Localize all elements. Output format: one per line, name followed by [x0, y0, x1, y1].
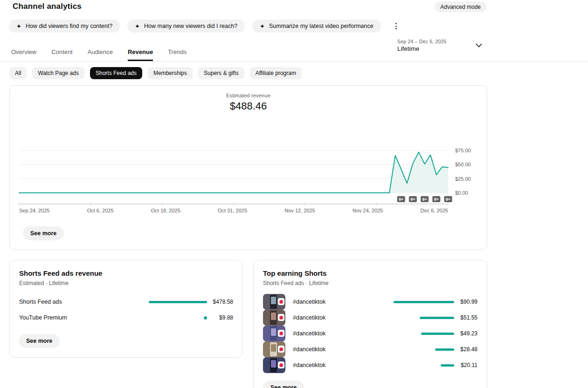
- overflow-count-badge-label: 9+: [434, 197, 439, 202]
- card-subtitle: Shorts Feed ads · Lifetime: [263, 280, 329, 286]
- short-thumbnail-phone: [270, 311, 277, 325]
- short-earnings-bar: [421, 333, 454, 335]
- short-thumbnail-content: [271, 297, 276, 304]
- tiktok-logo-badge: [278, 298, 284, 305]
- short-earnings-value: $20.11: [454, 362, 477, 368]
- y-axis-label: $75.00: [455, 148, 471, 153]
- y-axis-label: $25.00: [455, 176, 471, 182]
- suggestion-chip-label: How did viewers find my content?: [26, 23, 112, 29]
- tab-overview[interactable]: Overview: [11, 44, 36, 61]
- ai-suggestion-chips-row: ✦How did viewers find my content?✦How ma…: [9, 20, 401, 33]
- card-title: Top earning Shorts: [263, 269, 326, 277]
- page-title: Channel analytics: [13, 2, 82, 11]
- ai-suggestion-chip[interactable]: ✦Summarize my latest video performance: [252, 20, 381, 33]
- ai-suggestion-chip[interactable]: ✦How many new viewers did I reach?: [127, 20, 245, 33]
- filter-chip-all[interactable]: All: [9, 67, 27, 79]
- tab-revenue[interactable]: Revenue: [128, 44, 153, 61]
- advanced-mode-button[interactable]: Advanced mode: [435, 1, 486, 12]
- overflow-count-badge-label: 9+: [410, 197, 415, 202]
- short-thumbnail-phone: [270, 295, 277, 309]
- metric-row-bar-area: [146, 301, 207, 303]
- short-bar-area: [384, 317, 454, 319]
- short-thumbnail-phone: [270, 342, 277, 356]
- filter-chip-affiliate-program[interactable]: Affiliate program: [250, 67, 302, 79]
- short-thumbnail-content: [271, 344, 276, 352]
- short-earnings-bar: [435, 348, 454, 351]
- filter-chip-shorts-feed-ads[interactable]: Shorts Feed ads: [90, 67, 142, 79]
- metric-value: $488.46: [10, 100, 487, 112]
- short-row[interactable]: #dancetiktok$20.11: [254, 357, 487, 373]
- metric-header: Estimated revenue $488.46: [10, 93, 487, 112]
- revenue-line-chart[interactable]: $75.00$50.00$25.00$0.009+9+9+9+9+: [10, 126, 478, 215]
- analytics-tab-bar: OverviewContentAudienceRevenueTrends Sep…: [0, 43, 588, 61]
- revenue-see-more-button[interactable]: See more: [19, 334, 60, 348]
- short-title: #dancetiktok: [293, 330, 384, 337]
- short-earnings-bar: [420, 317, 454, 319]
- short-row[interactable]: #dancetiktok$90.99: [254, 294, 487, 310]
- short-bar-area: [384, 333, 454, 335]
- metric-row[interactable]: YouTube Premium$9.88: [10, 310, 242, 326]
- metric-row[interactable]: Shorts Feed ads$478.58: [10, 294, 242, 310]
- estimated-revenue-chart-card: Estimated revenue $488.46 $75.00$50.00$2…: [9, 85, 487, 250]
- revenue-rows: Shorts Feed ads$478.58YouTube Premium$9.…: [10, 294, 242, 326]
- short-bar-area: [384, 301, 454, 303]
- date-range-preset: Lifetime: [397, 45, 486, 52]
- chevron-down-icon: [476, 43, 482, 48]
- short-thumbnail-phone: [270, 358, 277, 372]
- overflow-count-badge-label: 9+: [399, 197, 403, 202]
- metric-bar: [149, 301, 207, 303]
- short-row[interactable]: #dancetiktok$51.55: [254, 310, 487, 326]
- metric-label: Estimated revenue: [10, 93, 487, 98]
- tab-trends[interactable]: Trends: [168, 44, 187, 61]
- short-thumbnail[interactable]: [263, 357, 285, 373]
- top-earning-shorts-card: Top earning Shorts Shorts Feed ads · Lif…: [253, 260, 487, 388]
- tab-audience[interactable]: Audience: [88, 44, 113, 61]
- x-axis-date-label: Nov 24, 2025: [353, 208, 383, 213]
- overflow-count-badge-label: 9+: [446, 197, 450, 202]
- short-thumbnail[interactable]: [263, 326, 285, 341]
- x-axis-date-label: Oct 6, 2025: [87, 208, 114, 213]
- x-axis-date-label: Nov 12, 2025: [284, 208, 315, 213]
- date-range-selector[interactable]: Sep 24 – Dec 6, 2025 Lifetime: [397, 39, 486, 52]
- overflow-count-badge-label: 9+: [422, 197, 427, 202]
- revenue-line: [19, 152, 448, 193]
- short-thumbnail-content: [271, 313, 276, 320]
- sparkle-icon: ✦: [16, 23, 21, 29]
- metric-row-label: YouTube Premium: [19, 314, 146, 321]
- more-options-kebab-icon[interactable]: [392, 20, 401, 33]
- card-subtitle: Estimated · Lifetime: [19, 280, 69, 286]
- filter-chip-watch-page-ads[interactable]: Watch Page ads: [32, 67, 84, 79]
- top-shorts-rows: #dancetiktok$90.99#dancetiktok$51.55#dan…: [254, 294, 487, 373]
- date-range-text: Sep 24 – Dec 6, 2025: [397, 39, 486, 44]
- short-thumbnail[interactable]: [263, 341, 285, 357]
- short-title: #dancetiktok: [293, 299, 384, 305]
- suggestion-chip-label: Summarize my latest video performance: [269, 23, 374, 29]
- tiktok-logo-icon: [279, 331, 284, 336]
- short-earnings-value: $28.48: [454, 346, 477, 353]
- y-axis-label: $0.00: [455, 190, 468, 196]
- tiktok-logo-badge: [278, 346, 284, 353]
- short-earnings-value: $90.99: [454, 299, 477, 305]
- top-shorts-see-more-button[interactable]: See more: [263, 381, 304, 388]
- sparkle-icon: ✦: [260, 23, 265, 29]
- filter-chip-memberships[interactable]: Memberships: [148, 67, 193, 79]
- short-row[interactable]: #dancetiktok$49.23: [254, 326, 487, 341]
- short-bar-area: [384, 364, 454, 367]
- revenue-filter-chips: AllWatch Page adsShorts Feed adsMembersh…: [9, 67, 302, 79]
- short-bar-area: [384, 348, 454, 351]
- tab-content[interactable]: Content: [51, 44, 73, 61]
- y-axis-label: $50.00: [455, 162, 471, 167]
- short-row[interactable]: #dancetiktok$28.48: [254, 341, 487, 357]
- metric-row-value: $478.58: [207, 299, 233, 305]
- ai-suggestion-chip[interactable]: ✦How did viewers find my content?: [9, 20, 120, 33]
- suggestion-chip-label: How many new viewers did I reach?: [144, 23, 237, 29]
- filter-chip-supers-gifts[interactable]: Supers & gifts: [198, 67, 244, 79]
- short-thumbnail-content: [271, 360, 276, 368]
- metric-bar-dot: [204, 316, 207, 320]
- metric-row-label: Shorts Feed ads: [19, 299, 146, 305]
- short-earnings-value: $51.55: [454, 314, 477, 321]
- chart-see-more-button[interactable]: See more: [23, 226, 64, 240]
- short-thumbnail[interactable]: [263, 310, 285, 326]
- short-thumbnail[interactable]: [263, 294, 285, 310]
- x-axis-date-labels: Sep 24, 2025Oct 6, 2025Oct 18, 2025Oct 3…: [19, 208, 448, 213]
